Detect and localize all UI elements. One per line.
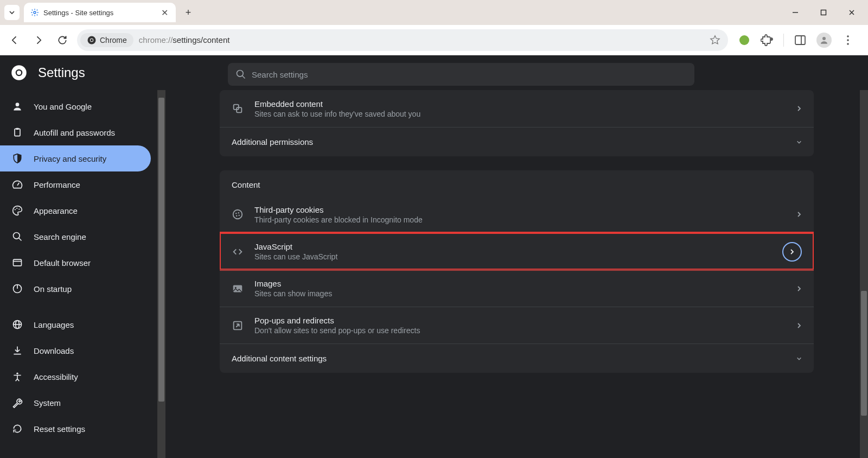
back-button[interactable] [5,31,24,49]
svg-point-22 [16,208,17,209]
svg-point-36 [233,210,242,219]
gear-icon [30,8,39,17]
sidebar-item-default-browser[interactable]: Default browser [0,250,151,276]
popup-icon [232,320,244,332]
sidebar-item-search-engine[interactable]: Search engine [0,224,151,250]
row-title: Images [254,279,786,288]
sidebar-item-label: Downloads [34,346,74,355]
svg-line-25 [19,238,22,241]
new-tab-button[interactable]: + [180,4,196,21]
svg-point-37 [235,213,237,214]
cookie-icon [232,208,244,220]
menu-icon[interactable] [841,34,854,47]
row-subtitle: Sites can use JavaScript [254,252,771,261]
sidebar-item-label: Privacy and security [34,154,106,163]
svg-point-33 [16,373,18,374]
search-input[interactable] [252,70,687,79]
sidebar-item-downloads[interactable]: Downloads [0,338,151,364]
sidebar-item-appearance[interactable]: Appearance [0,198,151,224]
window-controls [788,5,864,20]
scrollbar-thumb[interactable] [861,291,867,416]
sidebar: You and Google Autofill and passwords Pr… [0,90,157,458]
svg-point-39 [236,215,237,217]
svg-point-38 [238,212,239,213]
svg-point-8 [822,37,826,40]
chevron-right-icon [796,323,802,328]
profile-avatar[interactable] [816,33,832,48]
search-settings-box[interactable] [228,63,694,86]
sidebar-item-on-startup[interactable]: On startup [0,276,151,302]
clipboard-icon [12,127,23,138]
sidebar-item-reset[interactable]: Reset settings [0,416,151,442]
search-icon [235,69,246,80]
forward-button[interactable] [29,31,48,49]
sidebar-item-accessibility[interactable]: Accessibility [0,364,151,390]
svg-rect-26 [14,259,22,266]
svg-rect-18 [15,129,20,136]
tab-strip: Settings - Site settings ✕ + [0,0,868,25]
row-popups[interactable]: Pop-ups and redirectsDon't allow sites t… [220,307,814,344]
tab-close-button[interactable]: ✕ [159,8,169,17]
row-title: Embedded content [254,99,786,109]
accessibility-icon [12,371,23,382]
maximize-button[interactable] [816,5,831,20]
extension-icon-1[interactable] [738,34,751,47]
sidebar-item-performance[interactable]: Performance [0,171,151,198]
svg-rect-6 [795,36,805,44]
extensions-icon[interactable] [761,34,774,47]
minimize-button[interactable] [788,5,803,20]
tab-title: Settings - Site settings [43,9,155,17]
sidebar-item-label: Languages [34,320,74,329]
sidebar-item-label: System [34,398,61,408]
chevron-down-icon [796,356,802,361]
reload-button[interactable] [53,31,72,49]
download-icon [12,345,23,356]
address-bar[interactable]: Chrome chrome://settings/content [77,29,728,51]
image-icon [232,283,244,295]
svg-point-17 [16,103,20,106]
row-title: Additional permissions [232,137,796,147]
row-javascript[interactable]: JavaScriptSites can use JavaScript [220,233,814,270]
row-title: Pop-ups and redirects [254,316,786,325]
row-images[interactable]: ImagesSites can show images [220,270,814,307]
side-panel-icon[interactable] [794,34,807,47]
sidebar-item-you-and-google[interactable]: You and Google [0,93,151,119]
sidebar-item-languages[interactable]: Languages [0,311,151,338]
sidebar-item-privacy[interactable]: Privacy and security [0,145,151,171]
toolbar: Chrome chrome://settings/content [0,25,868,55]
toolbar-right [733,33,854,48]
embed-icon [232,103,244,114]
svg-point-15 [237,71,244,77]
sidebar-item-label: Accessibility [34,372,78,381]
svg-rect-1 [821,10,826,15]
reset-icon [12,423,23,434]
close-window-button[interactable] [844,5,859,20]
row-third-party-cookies[interactable]: Third-party cookiesThird-party cookies a… [220,196,814,233]
row-additional-permissions[interactable]: Additional permissions [220,127,814,156]
url-text: chrome://settings/content [139,35,230,44]
svg-point-9 [847,35,849,37]
row-title: Third-party cookies [254,205,786,214]
power-icon [12,283,23,294]
chrome-chip[interactable]: Chrome [80,33,133,47]
sidebar-scrollbar[interactable] [157,90,165,458]
bookmark-star-icon[interactable] [710,35,720,46]
wrench-icon [12,397,23,408]
sidebar-item-label: Search engine [34,232,86,241]
browser-tab[interactable]: Settings - Site settings ✕ [24,3,176,22]
scrollbar-thumb[interactable] [158,98,164,402]
chevron-right-icon [789,249,795,255]
tabs-dropdown[interactable] [4,5,20,20]
row-embedded-content[interactable]: Embedded contentSites can ask to use inf… [220,90,814,127]
speed-icon [12,179,23,190]
settings-app: Settings You and Google Autofill and pas… [0,55,868,458]
svg-point-5 [739,35,749,45]
main-scrollbar[interactable] [860,90,868,458]
row-arrow-button[interactable] [782,242,802,262]
sidebar-item-system[interactable]: System [0,390,151,416]
row-additional-content[interactable]: Additional content settings [220,344,814,373]
sidebar-item-autofill[interactable]: Autofill and passwords [0,119,151,145]
person-icon [819,35,829,45]
row-subtitle: Sites can show images [254,289,786,298]
separator [783,34,784,47]
